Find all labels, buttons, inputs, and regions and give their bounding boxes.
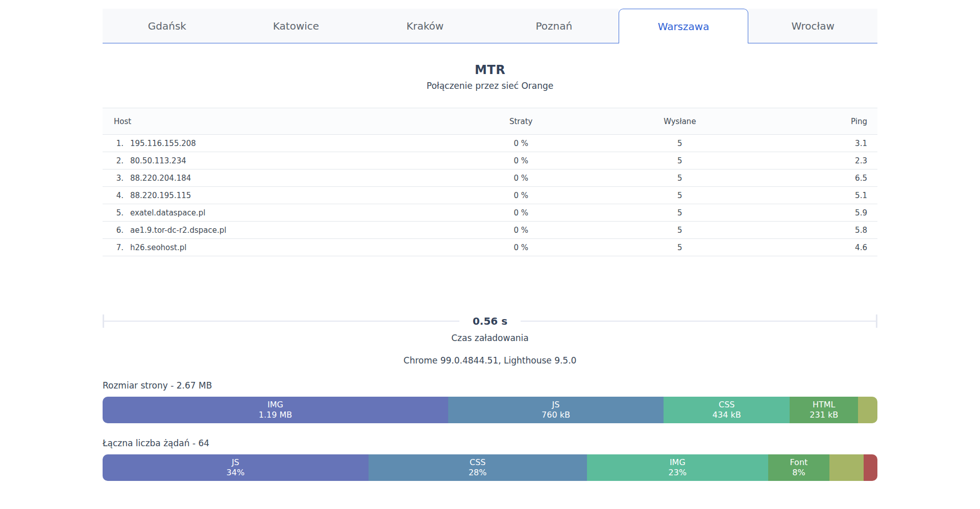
cell-straty: 0 %: [451, 208, 591, 217]
cell-straty: 0 %: [451, 156, 591, 165]
table-row: 2.80.50.113.2340 %52.3: [103, 152, 877, 169]
tab-krakow[interactable]: Kraków: [360, 9, 489, 43]
row-number: 4.: [114, 191, 124, 200]
cell-straty: 0 %: [451, 139, 591, 148]
cell-wyslane: 5: [591, 243, 769, 252]
cell-ping: 6.5: [769, 174, 877, 183]
cell-ping: 2.3: [769, 156, 877, 165]
row-number: 2.: [114, 156, 124, 165]
host-name: h26.seohost.pl: [130, 243, 186, 252]
row-number: 1.: [114, 139, 124, 148]
table-row: 7.h26.seohost.pl0 %54.6: [103, 239, 877, 256]
cell-ping: 5.9: [769, 208, 877, 217]
cell-ping: 4.6: [769, 243, 877, 252]
row-number: 3.: [114, 174, 124, 183]
segment-label: IMG: [670, 457, 685, 468]
segment-label: JS: [232, 457, 239, 468]
host-name: ae1.9.tor-dc-r2.dspace.pl: [130, 226, 226, 235]
load-time-label: Czas załadowania: [103, 333, 877, 343]
host-name: 195.116.155.208: [130, 139, 196, 148]
mtr-subtitle: Połączenie przez sieć Orange: [103, 81, 877, 91]
cell-straty: 0 %: [451, 243, 591, 252]
load-time-tick-left: [103, 314, 104, 328]
header-straty: Straty: [451, 117, 591, 126]
segment-value: 434 kB: [713, 410, 741, 420]
table-row: 3.88.220.204.1840 %56.5: [103, 169, 877, 187]
cell-straty: 0 %: [451, 191, 591, 200]
size-segment-html: HTML231 kB: [790, 397, 858, 423]
cell-host: 4.88.220.195.115: [103, 191, 451, 200]
load-time-indicator: 0.56 s: [103, 313, 877, 329]
row-number: 6.: [114, 226, 124, 235]
cell-ping: 5.8: [769, 226, 877, 235]
table-row: 6.ae1.9.tor-dc-r2.dspace.pl0 %55.8: [103, 222, 877, 239]
cell-host: 5.exatel.dataspace.pl: [103, 208, 451, 217]
table-row: 1.195.116.155.2080 %53.1: [103, 135, 877, 152]
size-segment-img: IMG1.19 MB: [103, 397, 448, 423]
host-name: exatel.dataspace.pl: [130, 208, 205, 217]
header-ping: Ping: [769, 117, 877, 126]
segment-label: HTML: [813, 400, 836, 410]
size-segment-js: JS760 kB: [448, 397, 664, 423]
page-container: Gdańsk Katowice Kraków Poznań Warszawa W…: [103, 0, 877, 481]
cell-ping: 3.1: [769, 139, 877, 148]
segment-value: 8%: [792, 468, 805, 478]
tab-wroclaw[interactable]: Wrocław: [748, 9, 877, 43]
cell-wyslane: 5: [591, 191, 769, 200]
cell-wyslane: 5: [591, 208, 769, 217]
row-number: 5.: [114, 208, 124, 217]
cell-wyslane: 5: [591, 174, 769, 183]
cell-wyslane: 5: [591, 156, 769, 165]
host-name: 88.220.204.184: [130, 174, 191, 183]
requests-segment-other: [829, 454, 864, 481]
host-name: 80.50.113.234: [130, 156, 186, 165]
segment-label: IMG: [267, 400, 283, 410]
cell-host: 3.88.220.204.184: [103, 174, 451, 183]
tab-katowice[interactable]: Katowice: [232, 9, 361, 43]
cell-host: 1.195.116.155.208: [103, 139, 451, 148]
segment-value: 231 kB: [810, 410, 838, 420]
mtr-table: Host Straty Wysłane Ping 1.195.116.155.2…: [103, 108, 877, 256]
cell-wyslane: 5: [591, 226, 769, 235]
tab-poznan[interactable]: Poznań: [489, 9, 619, 43]
requests-segment-img: IMG23%: [587, 454, 768, 481]
segment-value: 23%: [669, 468, 687, 478]
page-size-label: Rozmiar strony - 2.67 MB: [103, 380, 877, 391]
segment-label: JS: [552, 400, 560, 410]
cell-host: 2.80.50.113.234: [103, 156, 451, 165]
table-row: 5.exatel.dataspace.pl0 %55.9: [103, 204, 877, 222]
size-segment-other: [858, 397, 877, 423]
requests-segment-js: JS34%: [103, 454, 369, 481]
mtr-table-header: Host Straty Wysłane Ping: [103, 108, 877, 135]
tab-warszawa[interactable]: Warszawa: [619, 9, 749, 43]
cell-host: 7.h26.seohost.pl: [103, 243, 451, 252]
table-row: 4.88.220.195.1150 %55.1: [103, 187, 877, 204]
requests-segment-font: Font8%: [768, 454, 829, 481]
city-tabs: Gdańsk Katowice Kraków Poznań Warszawa W…: [103, 9, 877, 43]
header-wyslane: Wysłane: [591, 117, 769, 126]
cell-straty: 0 %: [451, 226, 591, 235]
requests-bar: JS34%CSS28%IMG23%Font8%: [103, 454, 877, 481]
segment-value: 760 kB: [542, 410, 570, 420]
requests-segment-other: [864, 454, 877, 481]
size-segment-css: CSS434 kB: [664, 397, 790, 423]
host-name: 88.220.195.115: [130, 191, 191, 200]
segment-label: CSS: [470, 457, 485, 468]
cell-host: 6.ae1.9.tor-dc-r2.dspace.pl: [103, 226, 451, 235]
cell-ping: 5.1: [769, 191, 877, 200]
segment-value: 28%: [469, 468, 487, 478]
load-time-value: 0.56 s: [459, 313, 521, 327]
segment-label: Font: [790, 457, 807, 468]
segment-value: 34%: [227, 468, 245, 478]
cell-straty: 0 %: [451, 174, 591, 183]
header-host: Host: [103, 117, 451, 126]
row-number: 7.: [114, 243, 124, 252]
tab-gdansk[interactable]: Gdańsk: [103, 9, 232, 43]
page-size-bar: IMG1.19 MBJS760 kBCSS434 kBHTML231 kB: [103, 397, 877, 423]
environment-info: Chrome 99.0.4844.51, Lighthouse 9.5.0: [103, 355, 877, 366]
mtr-table-body: 1.195.116.155.2080 %53.12.80.50.113.2340…: [103, 135, 877, 256]
mtr-title: MTR: [103, 63, 877, 77]
requests-label: Łączna liczba żądań - 64: [103, 438, 877, 448]
cell-wyslane: 5: [591, 139, 769, 148]
segment-value: 1.19 MB: [259, 410, 292, 420]
